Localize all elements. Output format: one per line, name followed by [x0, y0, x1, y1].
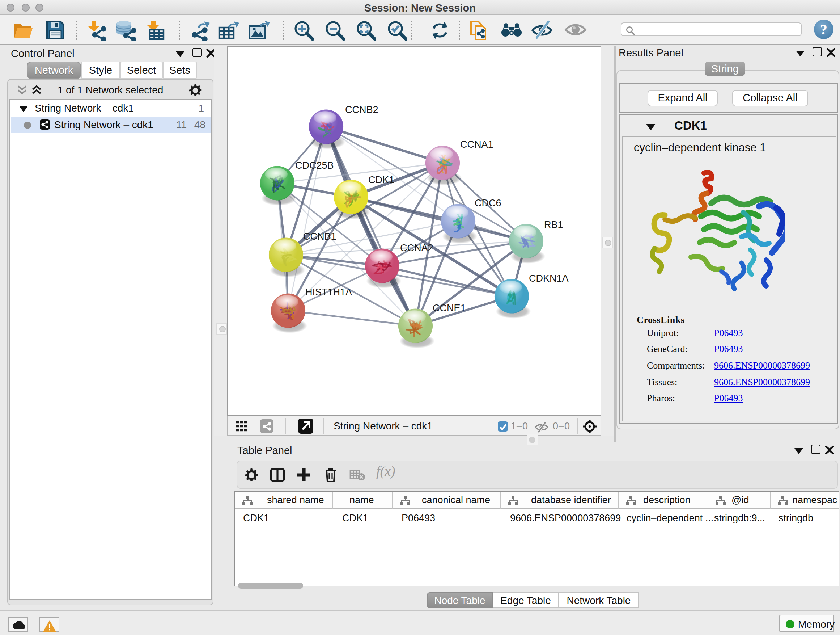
svg-text:CCNA2: CCNA2: [400, 242, 433, 253]
svg-text:CDK1: CDK1: [368, 174, 394, 185]
svg-text:CCNE1: CCNE1: [433, 302, 466, 314]
svg-text:HIST1H1A: HIST1H1A: [305, 287, 352, 298]
svg-text:CDKN1A: CDKN1A: [529, 273, 569, 284]
svg-text:CDC25B: CDC25B: [295, 160, 334, 171]
svg-text:?: ?: [820, 21, 827, 38]
svg-text:RB1: RB1: [544, 219, 563, 230]
svg-text:CCNB1: CCNB1: [303, 231, 336, 242]
svg-text:CCNA1: CCNA1: [460, 139, 493, 150]
svg-text:CCNB2: CCNB2: [345, 104, 378, 115]
svg-text:CDC6: CDC6: [475, 198, 501, 209]
